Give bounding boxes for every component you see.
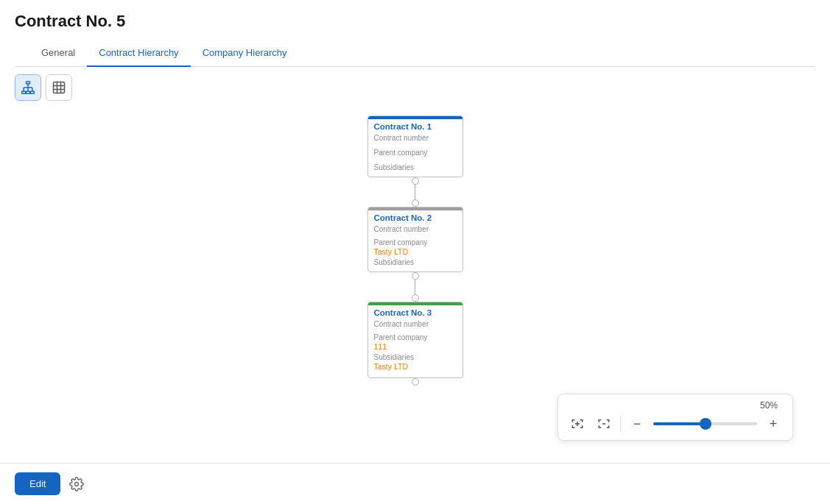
zoom-label: 50% <box>760 400 778 411</box>
page-header: Contract No. 5 General Contract Hierarch… <box>0 0 830 67</box>
connector-circle-top-2 <box>412 272 419 280</box>
card-field-label-3-1: Contract number <box>374 320 457 328</box>
tab-general[interactable]: General <box>29 40 87 67</box>
connector-circle-bottom-1 <box>412 199 419 207</box>
connector-bottom <box>412 378 419 386</box>
tree-view-button[interactable] <box>15 74 41 101</box>
connector-line-1 <box>415 185 415 199</box>
svg-point-17 <box>75 482 79 486</box>
tab-company-hierarchy[interactable]: Company Hierarchy <box>191 40 299 67</box>
card-field-label-2-3: Subsidiaries <box>374 258 457 266</box>
connector-circle-bottom-2 <box>412 294 419 302</box>
card-body-3: Contract No. 3 Contract number Parent co… <box>368 305 463 377</box>
card-title-3: Contract No. 3 <box>374 308 457 317</box>
card-field-value-3-parent[interactable]: 111 <box>374 342 457 351</box>
card-title-2: Contract No. 2 <box>374 213 457 222</box>
zoom-divider <box>620 416 621 431</box>
settings-button[interactable] <box>69 477 84 491</box>
svg-rect-3 <box>30 91 34 93</box>
card-title-1: Contract No. 1 <box>374 122 457 131</box>
zoom-row: − + <box>567 414 784 434</box>
page-container: Contract No. 5 General Contract Hierarch… <box>0 0 830 504</box>
card-field-value-2-company[interactable]: Tasty LTD <box>374 247 457 256</box>
card-body-1: Contract No. 1 Contract number Parent co… <box>368 119 463 177</box>
contract-card-2[interactable]: Contract No. 2 Contract number Parent co… <box>367 207 463 272</box>
card-body-2: Contract No. 2 Contract number Parent co… <box>368 210 463 271</box>
zoom-controls: 50% − <box>558 394 793 441</box>
svg-rect-0 <box>27 82 30 84</box>
zoom-center-button[interactable] <box>594 414 614 434</box>
zoom-minus-button[interactable]: − <box>627 414 647 434</box>
card-field-label-2-1: Contract number <box>374 225 457 233</box>
page-title: Contract No. 5 <box>15 12 815 31</box>
cards-column: Contract No. 1 Contract number Parent co… <box>367 116 463 463</box>
card-field-label-1-3: Subsidiaries <box>374 163 457 171</box>
connector-2-3 <box>412 272 419 302</box>
main-content: Contract No. 1 Contract number Parent co… <box>0 108 830 463</box>
contract-card-3[interactable]: Contract No. 3 Contract number Parent co… <box>367 302 463 378</box>
edit-button[interactable]: Edit <box>15 472 60 495</box>
svg-rect-1 <box>22 91 26 93</box>
connector-circle-bottom-3 <box>412 378 419 386</box>
card-field-label-2-2: Parent company <box>374 238 457 246</box>
footer: Edit <box>0 463 830 504</box>
contract-card-1[interactable]: Contract No. 1 Contract number Parent co… <box>367 116 463 177</box>
zoom-plus-button[interactable]: + <box>763 414 784 434</box>
tabs-bar: General Contract Hierarchy Company Hiera… <box>15 40 815 67</box>
zoom-fit-button[interactable] <box>567 414 588 434</box>
card-field-value-3-sub[interactable]: Tasty LTD <box>374 362 457 371</box>
svg-rect-9 <box>54 82 65 93</box>
toolbar <box>0 67 830 108</box>
connector-1-2 <box>412 177 419 207</box>
connector-circle-top-1 <box>412 177 419 185</box>
zoom-slider-track[interactable] <box>653 422 757 425</box>
table-view-button[interactable] <box>46 74 72 101</box>
card-field-label-1-2: Parent company <box>374 149 457 157</box>
svg-rect-2 <box>27 91 30 93</box>
card-field-label-1-1: Contract number <box>374 134 457 142</box>
tab-contract-hierarchy[interactable]: Contract Hierarchy <box>87 40 190 67</box>
zoom-slider-fill <box>653 422 706 425</box>
zoom-slider-thumb[interactable] <box>700 418 711 430</box>
card-field-label-3-3: Subsidiaries <box>374 353 457 361</box>
card-field-label-3-2: Parent company <box>374 333 457 341</box>
connector-line-2 <box>415 280 415 294</box>
